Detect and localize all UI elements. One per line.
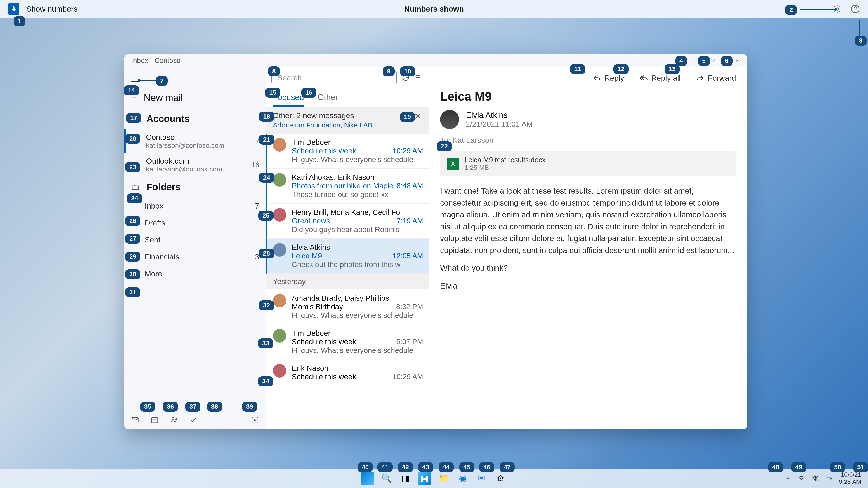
message-item[interactable]: Henry Brill, Mona Kane, Cecil Fo Great n… xyxy=(266,203,429,238)
new-mail-button[interactable]: + New mail xyxy=(124,87,266,108)
number-badge: 20 xyxy=(125,134,141,144)
folder-item[interactable]: Inbox7 xyxy=(124,197,266,215)
number-badge: 15 xyxy=(265,88,280,98)
number-badge: 7 xyxy=(156,76,168,86)
mail-icon[interactable] xyxy=(131,416,139,424)
forward-button[interactable]: Forward xyxy=(696,74,736,83)
people-icon[interactable] xyxy=(170,416,178,424)
voice-access-bar: Show numbers Numbers shown xyxy=(0,0,868,18)
number-badge: 29 xyxy=(125,252,141,262)
folder-item[interactable]: Sent xyxy=(124,231,266,248)
chevron-up-icon[interactable] xyxy=(784,475,792,482)
number-badge: 51 xyxy=(853,462,868,472)
checkmark-icon[interactable] xyxy=(189,416,197,424)
number-badge: 21 xyxy=(259,135,274,144)
number-badge: 38 xyxy=(207,402,222,412)
search-input[interactable]: Search xyxy=(272,71,397,85)
message-item[interactable]: Amanda Brady, Daisy Phillips Mom's Birth… xyxy=(266,289,429,324)
number-badge: 17 xyxy=(126,113,141,123)
close-icon[interactable]: ✕ xyxy=(414,111,422,122)
hamburger-icon[interactable] xyxy=(131,74,143,83)
mail-window: Inbox - Contoso — ▢ ✕ + New mail Account… xyxy=(124,54,747,429)
number-badge: 36 xyxy=(163,402,178,412)
number-badge: 19 xyxy=(400,112,415,122)
calendar-icon[interactable] xyxy=(151,416,159,424)
number-badge: 41 xyxy=(377,462,393,472)
battery-icon[interactable] xyxy=(825,475,832,482)
message-item[interactable]: Erik Nason Schedule this week 10:29 AM xyxy=(266,359,429,386)
folder-item[interactable]: More xyxy=(124,265,266,282)
number-badge: 50 xyxy=(830,462,845,472)
nav-bottom-bar xyxy=(124,410,266,429)
folder-item[interactable]: Financials3 xyxy=(124,248,266,265)
number-badge: 25 xyxy=(258,210,274,221)
account-item[interactable]: Contosokat.larsson@contoso.com7 xyxy=(124,129,266,153)
number-badge: 34 xyxy=(258,377,273,386)
explorer-button[interactable]: 📁 xyxy=(437,471,450,485)
reply-all-button[interactable]: Reply all xyxy=(640,74,681,83)
clock[interactable]: 10/6/21 9:28 AM xyxy=(839,471,861,486)
number-badge: 16 xyxy=(301,88,316,98)
edge-button[interactable]: ◉ xyxy=(456,471,469,485)
tab-other[interactable]: Other xyxy=(318,93,338,107)
svg-rect-8 xyxy=(826,477,831,480)
message-body: I want one! Take a look at these test re… xyxy=(440,185,736,297)
number-badge: 37 xyxy=(185,402,200,412)
excel-icon: X xyxy=(447,158,459,170)
search-button[interactable]: 🔍 xyxy=(380,471,393,485)
message-title: Leica M9 xyxy=(440,89,736,103)
taskview-button[interactable]: ◨ xyxy=(399,471,412,485)
select-icon[interactable] xyxy=(414,73,423,82)
minimize-button[interactable]: — xyxy=(688,57,695,64)
number-badge: 46 xyxy=(479,462,494,472)
number-badge: 35 xyxy=(140,402,155,412)
window-title: Inbox - Contoso xyxy=(131,57,181,65)
number-badge: 11 xyxy=(570,64,585,74)
reply-button[interactable]: Reply xyxy=(593,74,624,83)
number-badge: 14 xyxy=(124,86,139,95)
attachment[interactable]: X Leica M9 test results.docx 1.25 MB xyxy=(440,151,736,176)
nav-pane: + New mail Accounts Contosokat.larsson@c… xyxy=(124,67,266,429)
folders-header[interactable]: Folders xyxy=(124,177,266,197)
number-badge: 12 xyxy=(614,64,629,74)
settings-icon[interactable] xyxy=(251,416,259,424)
number-badge: 44 xyxy=(438,462,454,472)
number-badge: 24 xyxy=(259,173,274,183)
close-button[interactable]: ✕ xyxy=(734,57,741,64)
number-badge: 18 xyxy=(259,111,274,122)
message-item[interactable]: Elvia Atkins Leica M9 12:05 AM Check out… xyxy=(266,238,429,273)
number-badge: 47 xyxy=(500,462,515,472)
reading-pane: Reply Reply all Forward Leica M9 Elvia A… xyxy=(429,67,747,429)
number-badge: 9 xyxy=(383,66,395,76)
number-badge: 43 xyxy=(418,462,433,472)
to-line: To: Kat Larsson xyxy=(440,136,736,144)
widgets-button[interactable]: ▦ xyxy=(418,471,431,485)
svg-point-5 xyxy=(172,418,174,420)
accounts-header[interactable]: Accounts xyxy=(124,108,266,129)
wifi-icon[interactable] xyxy=(798,475,805,482)
message-item[interactable]: Katri Ahokas, Erik Nason Photos from our… xyxy=(266,168,429,203)
numbers-shown-label: Numbers shown xyxy=(404,4,464,13)
message-item[interactable]: Tim Deboer Schedule this week 10:29 AM H… xyxy=(266,133,429,168)
sender-avatar[interactable] xyxy=(440,110,459,129)
mail-taskbar-button[interactable]: ✉ xyxy=(475,471,488,485)
number-badge: 32 xyxy=(259,300,274,311)
number-badge: 1 xyxy=(13,16,25,26)
start-button[interactable] xyxy=(361,471,374,485)
folder-item[interactable]: Drafts xyxy=(124,215,266,231)
number-badge: 10 xyxy=(400,66,415,76)
number-badge: 5 xyxy=(698,56,710,66)
maximize-button[interactable]: ▢ xyxy=(711,57,718,64)
svg-point-7 xyxy=(254,419,256,421)
message-item[interactable]: Tim Deboer Schedule this week 5:07 PM Hi… xyxy=(266,324,429,359)
taskbar[interactable]: 🔍 ◨ ▦ 📁 ◉ ✉ ⚙ 10/6/21 9:28 AM xyxy=(0,468,868,488)
settings-taskbar-button[interactable]: ⚙ xyxy=(494,471,507,485)
inbox-tabs: Focused Other xyxy=(266,89,429,107)
account-item[interactable]: Outlook.comkat.larsson@outlook.com16 xyxy=(124,153,266,177)
number-badge: 6 xyxy=(721,56,733,66)
number-badge: 48 xyxy=(768,462,783,472)
help-icon[interactable] xyxy=(851,4,860,13)
volume-icon[interactable] xyxy=(812,475,818,482)
folder-icon xyxy=(131,183,140,191)
mic-button[interactable] xyxy=(8,3,20,15)
